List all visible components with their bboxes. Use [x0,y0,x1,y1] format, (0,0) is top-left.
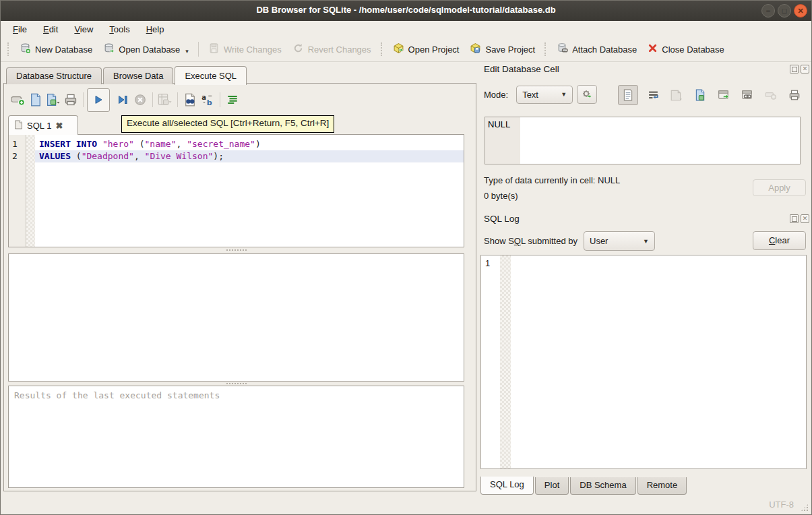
clear-log-button[interactable]: Clear [753,231,806,250]
tab-remote[interactable]: Remote [637,477,687,495]
cell-type-info: Type of data currently in cell: NULL [484,175,620,185]
sql-log-dock-title: SQL Log [484,214,520,224]
save-project-icon [470,42,481,56]
new-tab-icon[interactable] [9,91,27,109]
maximize-button[interactable]: □ [778,4,791,18]
print-cell-icon[interactable] [786,86,803,104]
tab-browse-data[interactable]: Browse Data [103,67,173,84]
edit-cell-dock-buttons: ✕ [790,65,809,73]
execute-all-icon [93,94,104,105]
minimize-button[interactable]: − [761,4,775,18]
log-source-select[interactable]: User ▼ [584,231,655,251]
right-pane: Edit Database Cell ✕ Mode: Text ▼ [480,61,812,496]
save-results-icon[interactable] [156,91,174,109]
open-database-dropdown-icon[interactable]: ▾ [185,48,189,56]
edit-cell-dock-title: Edit Database Cell [484,64,559,74]
save-sql-file-icon[interactable] [44,91,62,109]
attach-database-button[interactable]: Attach Database [551,40,642,59]
results-placeholder: Results of the last executed statements [14,390,220,400]
tab-execute-sql[interactable]: Execute SQL [175,66,247,85]
write-changes-icon [208,42,220,56]
find-icon[interactable] [181,91,199,109]
open-project-icon [393,42,404,56]
execute-sql-panel: ab SQL 1 ✖ Execute all/selected SQL [Ctr… [3,83,476,491]
apply-mode-button[interactable] [577,85,597,104]
svg-text:a: a [201,94,206,101]
chevron-down-icon: ▼ [561,91,567,98]
close-database-button[interactable]: Close Database [642,40,730,58]
save-as-icon[interactable] [691,86,709,104]
link-icon[interactable] [739,86,756,104]
mode-label: Mode: [484,90,508,100]
find-replace-icon[interactable]: ab [199,91,216,109]
tab-database-structure[interactable]: Database Structure [6,67,102,84]
sql-document-icon [14,120,23,131]
main-tabs: Database Structure Browse Data Execute S… [6,66,248,84]
apply-button[interactable]: Apply [753,179,806,196]
sql-document-close-icon[interactable]: ✖ [55,121,63,131]
execute-current-line-icon[interactable] [114,91,131,109]
sql-log-view[interactable]: 1 [480,255,807,469]
attach-database-icon [557,42,568,56]
menu-view[interactable]: View [67,23,100,36]
toolbar-grip[interactable] [7,42,10,56]
tab-sql-log[interactable]: SQL Log [480,477,534,495]
results-grid-panel[interactable] [8,253,464,382]
titlebar[interactable]: DB Browser for SQLite - /home/user/code/… [1,1,811,21]
tab-plot[interactable]: Plot [535,477,569,495]
close-button[interactable]: ✕ [794,4,807,18]
set-null-icon[interactable] [762,86,780,104]
folding-margin [26,135,35,247]
menu-tools[interactable]: Tools [102,23,136,36]
dock-float-icon[interactable] [790,65,799,73]
open-sql-file-icon[interactable] [27,91,44,109]
main-toolbar: New Database Open Database ▾ Write Chang… [1,37,811,62]
dock-close-icon[interactable]: ✕ [801,65,809,73]
import-icon[interactable] [668,86,685,104]
dock-float-icon[interactable] [790,214,799,223]
save-project-button[interactable]: Save Project [464,40,540,59]
menu-edit[interactable]: Edit [36,23,65,36]
sql-document-tab[interactable]: SQL 1 ✖ [8,115,78,135]
encoding-indicator[interactable]: UTF-8 [769,499,794,510]
text-mode-icon[interactable] [618,85,638,105]
execute-all-button[interactable] [87,88,110,112]
sql-toolbar-separator [152,92,153,107]
export-icon[interactable] [715,86,732,104]
left-pane: Database Structure Browse Data Execute S… [1,61,479,496]
revert-changes-button[interactable]: Revert Changes [287,40,377,59]
cell-size-info: 0 byte(s) [484,191,518,201]
menu-file[interactable]: File [6,23,34,36]
sql-editor[interactable]: 1 2 INSERT INTO "hero" ("name", "secret_… [8,134,464,247]
toolbar-grip[interactable] [544,42,547,56]
sql-log-dock-buttons: ✕ [790,214,809,223]
code-line-2: VALUES ("Deadpond", "Dive Wilson"); [35,150,464,162]
log-line-number: 1 [481,255,500,468]
cell-editor[interactable]: NULL [485,117,801,164]
line-number: 2 [12,150,26,162]
results-message-panel[interactable]: Results of the last executed statements [8,386,464,488]
main-area: Database Structure Browse Data Execute S… [1,61,812,496]
new-database-button[interactable]: New Database [14,40,98,59]
stop-icon[interactable] [131,91,149,109]
menu-help[interactable]: Help [139,23,171,36]
cell-value: NULL [488,119,510,129]
code-area[interactable]: INSERT INTO "hero" ("name", "secret_name… [35,135,464,247]
toolbar-grip[interactable] [381,42,383,56]
tab-db-schema[interactable]: DB Schema [570,477,635,495]
mode-select[interactable]: Text ▼ [516,86,573,104]
new-database-icon [20,42,31,56]
print-icon[interactable] [62,91,80,109]
word-wrap-icon[interactable] [644,86,662,104]
app-window: DB Browser for SQLite - /home/user/code/… [0,0,812,515]
auto-format-icon[interactable] [224,91,241,109]
dock-close-icon[interactable]: ✕ [801,214,809,223]
sql-toolbar: ab [9,88,241,112]
open-project-button[interactable]: Open Project [387,40,465,59]
write-changes-button[interactable]: Write Changes [203,40,287,59]
close-database-icon [648,43,658,55]
resize-grip[interactable] [801,504,809,512]
open-database-button[interactable]: Open Database ▾ [98,40,194,59]
splitter-handle[interactable] [8,248,464,252]
window-controls: − □ ✕ [761,4,807,18]
